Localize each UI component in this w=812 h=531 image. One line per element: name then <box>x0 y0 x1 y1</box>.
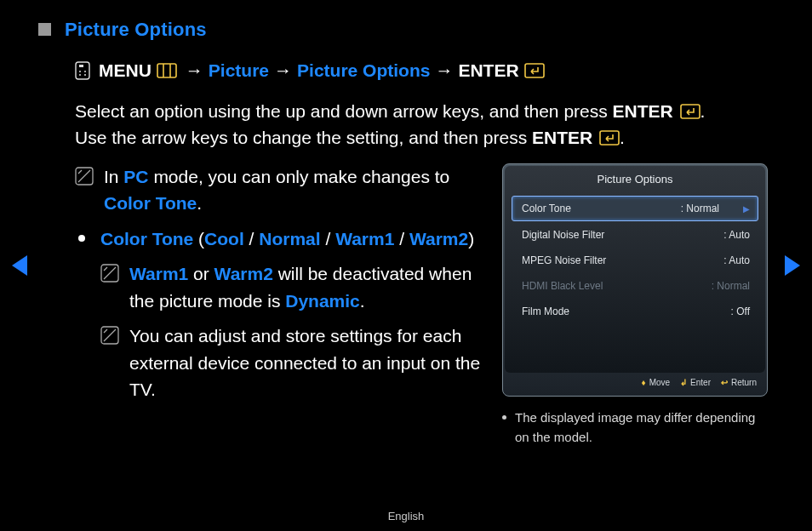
menu-icon <box>157 63 177 78</box>
footer-language: English <box>0 508 812 525</box>
sub-text: You can adjust and store settings for ea… <box>129 323 490 403</box>
settings-panel: Picture Options Color Tone : Normal▶ Dig… <box>502 163 768 397</box>
panel-item-label: HDMI Black Level <box>522 278 603 294</box>
panel-item-digital-noise[interactable]: Digital Noise Filter : Auto <box>512 223 758 247</box>
footer-return: Return <box>731 376 757 389</box>
panel-item-value: : Normal <box>681 201 719 216</box>
panel-item-label: MPEG Noise Filter <box>522 253 606 268</box>
panel-item-label: Digital Noise Filter <box>522 227 604 243</box>
enter-small-icon: ↲ <box>680 376 687 389</box>
breadcrumb: MENU → Picture → Picture Options → ENTER <box>34 57 775 84</box>
sub-dynamic: Dynamic <box>285 291 360 311</box>
opt-warm1: Warm1 <box>335 229 394 248</box>
path-arrow: → <box>274 57 292 84</box>
svg-rect-11 <box>600 131 619 145</box>
footer-enter: Enter <box>690 376 711 389</box>
note-icon <box>100 326 119 403</box>
enter-icon <box>524 63 545 78</box>
note-icon <box>100 264 119 314</box>
svg-point-5 <box>84 74 86 76</box>
panel-item-value: : Auto <box>723 253 750 268</box>
panel-item-film-mode[interactable]: Film Mode : Off <box>512 300 758 323</box>
path-arrow: → <box>435 57 453 84</box>
note-text: mode, you can only make changes to <box>149 167 450 186</box>
opt-color-tone: Color Tone <box>100 229 193 248</box>
opt-text: ( <box>193 229 204 248</box>
panel-item-hdmi-black: HDMI Black Level : Normal <box>512 274 758 298</box>
intro-text: . <box>620 128 625 147</box>
section-bullet <box>38 23 51 36</box>
panel-title: Picture Options <box>505 166 765 195</box>
bullet-icon <box>502 415 506 420</box>
page-title: Picture Options <box>65 15 207 43</box>
note-external-device: You can adjust and store settings for ea… <box>100 323 490 403</box>
path-picture-options: Picture Options <box>297 57 430 84</box>
bullet-icon <box>78 235 85 242</box>
opt-text: / <box>394 229 409 248</box>
path-menu-label: MENU <box>99 57 152 84</box>
image-disclaimer-text: The displayed image may differ depending… <box>515 408 758 447</box>
opt-text: / <box>321 229 336 248</box>
triangle-left-icon <box>12 255 27 276</box>
opt-text: / <box>244 229 260 248</box>
svg-rect-6 <box>157 64 176 77</box>
svg-rect-9 <box>525 64 544 77</box>
note-color-tone: Color Tone <box>104 193 197 213</box>
note-text: . <box>197 193 202 213</box>
panel-item-label: Color Tone <box>522 201 571 216</box>
path-arrow: → <box>186 57 203 84</box>
svg-rect-10 <box>681 105 700 118</box>
panel-item-mpeg-noise[interactable]: MPEG Noise Filter : Auto <box>512 248 758 272</box>
intro-enter: ENTER <box>532 128 592 147</box>
panel-item-color-tone[interactable]: Color Tone : Normal▶ <box>512 196 758 221</box>
panel-item-value: : Auto <box>723 227 750 243</box>
svg-point-3 <box>84 71 86 72</box>
intro-paragraph: Select an option using the up and down a… <box>34 98 732 151</box>
opt-normal: Normal <box>259 229 320 248</box>
note-pc-mode: In PC mode, you can only make changes to… <box>75 163 490 217</box>
next-page-button[interactable] <box>785 255 800 276</box>
sub-text: or <box>188 264 214 283</box>
remote-icon <box>75 61 90 80</box>
chevron-right-icon: ▶ <box>743 203 750 215</box>
panel-item-label: Film Mode <box>522 304 569 319</box>
triangle-right-icon <box>785 255 800 276</box>
path-picture: Picture <box>209 57 269 84</box>
panel-list: Color Tone : Normal▶ Digital Noise Filte… <box>505 196 765 323</box>
path-enter-label: ENTER <box>458 57 518 84</box>
prev-page-button[interactable] <box>12 255 27 276</box>
return-icon: ↩ <box>721 376 728 389</box>
note-icon <box>75 167 94 217</box>
sub-warm1: Warm1 <box>129 264 188 283</box>
note-text: In <box>104 167 123 186</box>
panel-item-value: : Off <box>731 304 750 319</box>
intro-text: Select an option using the up and down a… <box>75 101 613 121</box>
sub-warm2: Warm2 <box>214 264 273 283</box>
opt-cool: Cool <box>204 229 244 248</box>
svg-point-4 <box>79 74 81 76</box>
image-disclaimer: The displayed image may differ depending… <box>502 408 758 447</box>
enter-icon <box>599 130 620 146</box>
svg-point-2 <box>79 71 81 72</box>
opt-text: ) <box>468 229 474 248</box>
note-warm-deactivated: Warm1 or Warm2 will be deactivated when … <box>100 260 490 314</box>
option-color-tone: Color Tone (Cool / Normal / Warm1 / Warm… <box>75 226 490 253</box>
svg-rect-1 <box>79 65 83 67</box>
opt-warm2: Warm2 <box>409 229 468 248</box>
panel-item-value: : Normal <box>712 278 750 294</box>
panel-footer: ♦Move ↲Enter ↩Return <box>505 373 765 394</box>
move-icon: ♦ <box>642 376 646 389</box>
intro-enter: ENTER <box>613 101 673 121</box>
footer-move: Move <box>649 376 670 389</box>
enter-icon <box>680 104 700 119</box>
sub-text: . <box>360 291 365 311</box>
note-pc: PC <box>123 167 148 186</box>
